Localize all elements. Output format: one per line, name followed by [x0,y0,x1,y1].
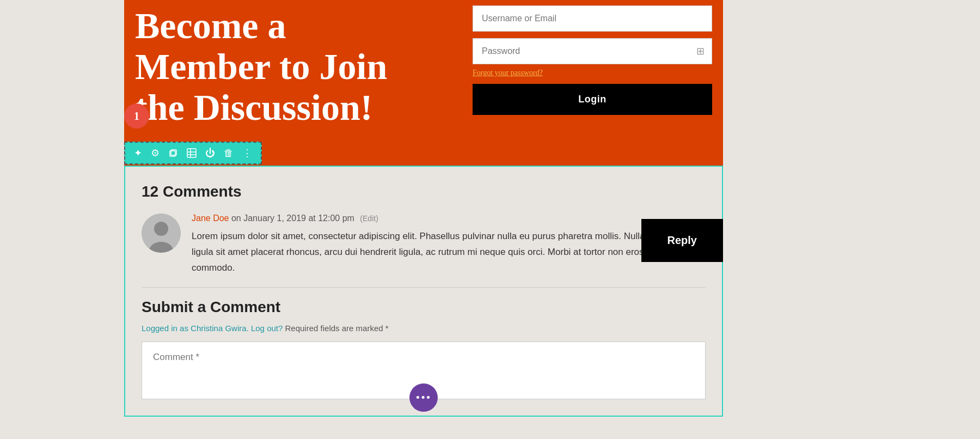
comment-content: Jane Doe on January 1, 2019 at 12:00 pm … [192,214,706,276]
svg-point-7 [154,222,168,236]
comments-inner: 12 Comments Jane Doe on January 1, 2019 … [125,167,722,416]
banner-right: ⊞ Forgot your password? Login [462,0,723,126]
logged-in-link[interactable]: Logged in as Christina Gwira. [142,324,249,333]
table-icon[interactable] [183,147,200,159]
banner-title: Become a Member to Join the Discussion! [135,5,440,127]
username-input[interactable] [473,5,712,32]
commenter-name: Jane Doe [192,214,229,223]
required-text: Required fields are marked * [285,324,389,333]
banner-left: Become a Member to Join the Discussion! [124,0,462,144]
banner-section: Become a Member to Join the Discussion! … [124,0,723,166]
forgot-password-link[interactable]: Forgot your password? [473,69,712,77]
password-wrapper: ⊞ [473,38,712,64]
comment-meta: Jane Doe on January 1, 2019 at 12:00 pm … [192,214,706,223]
power-icon[interactable]: ⏻ [202,147,218,160]
settings-icon[interactable]: ⚙ [148,146,163,160]
comment-item: Jane Doe on January 1, 2019 at 12:00 pm … [142,214,706,276]
login-button[interactable]: Login [473,84,712,115]
submit-heading: Submit a Comment [142,298,706,316]
avatar [142,214,181,253]
submit-info: Logged in as Christina Gwira. Log out? R… [142,324,706,333]
section-divider [142,287,706,288]
comment-date: on January 1, 2019 at 12:00 pm [231,214,354,223]
block-toolbar: ✦ ⚙ ⏻ 🗑 ⋮ [124,142,262,164]
duplicate-icon[interactable] [165,147,181,159]
password-input[interactable] [473,38,712,64]
svg-rect-2 [187,149,196,157]
fab-dots-button[interactable]: ••• [409,383,438,412]
comment-body: Lorem ipsum dolor sit amet, consectetur … [192,229,706,276]
move-icon[interactable]: ✦ [131,146,145,160]
more-options-icon[interactable]: ⋮ [239,146,255,160]
comments-section: ✦ ⚙ ⏻ 🗑 ⋮ 12 Comments Jane Doe [124,166,723,417]
edit-link[interactable]: (Edit) [360,214,378,223]
password-toggle-icon[interactable]: ⊞ [696,45,705,57]
comment-textarea-wrapper: ••• [142,342,706,399]
reply-button[interactable]: Reply [641,219,723,262]
notification-badge: 1 [124,103,149,129]
delete-icon[interactable]: 🗑 [220,147,237,160]
logout-link[interactable]: Log out? [251,324,283,333]
comments-heading: 12 Comments [142,183,706,200]
